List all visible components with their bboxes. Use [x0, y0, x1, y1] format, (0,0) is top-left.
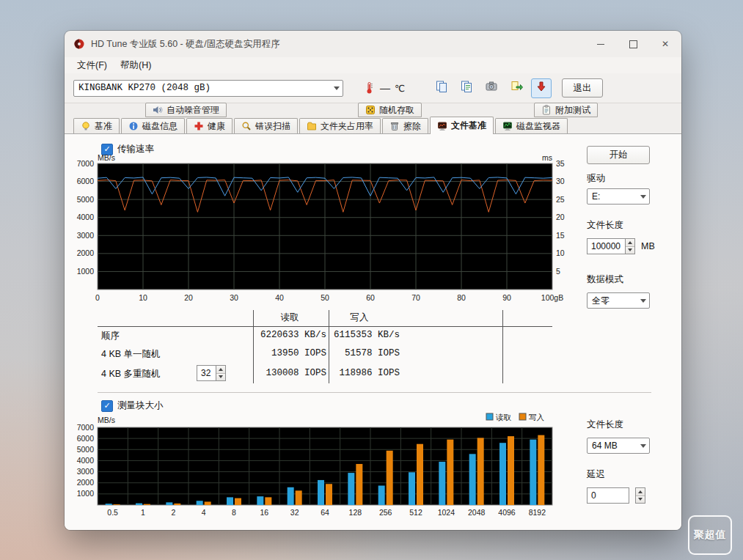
- write-value: 51578 IOPS: [329, 348, 400, 358]
- row-label: 4 KB 单一随机: [101, 348, 161, 361]
- svg-text:25: 25: [556, 195, 565, 204]
- tab-extra-tests[interactable]: 附加测试: [534, 103, 598, 117]
- tab-label: 基准: [95, 120, 112, 133]
- copy-report-icon: [460, 80, 473, 96]
- svg-text:2000: 2000: [77, 248, 95, 257]
- svg-text:5: 5: [556, 267, 560, 276]
- file-length-input[interactable]: 100000: [587, 238, 635, 254]
- save-results-button[interactable]: [531, 78, 552, 98]
- write-column-header: 写入: [323, 312, 396, 324]
- close-icon: ✕: [662, 39, 669, 49]
- bar-write: [508, 436, 514, 505]
- spinner-arrows[interactable]: [216, 365, 226, 381]
- export-button[interactable]: [506, 78, 527, 98]
- read-value: 6220633 KB/s: [180, 330, 326, 340]
- drive-combobox[interactable]: KINGBANK KP270 (2048 gB): [73, 80, 343, 97]
- svg-text:2048: 2048: [468, 508, 486, 517]
- svg-text:80: 80: [457, 293, 466, 302]
- svg-text:4000: 4000: [77, 213, 95, 221]
- block-file-length-value: 64 MB: [592, 441, 618, 451]
- svg-text:4096: 4096: [498, 508, 516, 517]
- tab-random-access[interactable]: 随机存取: [358, 103, 422, 117]
- watermark-badge: 聚超值: [688, 515, 732, 555]
- block-size-label: 测量块大小: [117, 399, 164, 412]
- tab-disk-info[interactable]: 磁盘信息: [121, 118, 185, 133]
- bar-read: [409, 472, 415, 505]
- svg-text:写入: 写入: [529, 413, 545, 421]
- spin-up-icon[interactable]: [636, 488, 645, 496]
- spin-up-icon[interactable]: [216, 366, 225, 374]
- svg-text:7000: 7000: [77, 423, 95, 432]
- bar-read: [257, 496, 263, 505]
- queue-depth-value: 32: [197, 365, 216, 381]
- start-button[interactable]: 开始: [587, 146, 650, 164]
- tab-label: 健康: [208, 120, 225, 133]
- block-file-length-select[interactable]: 64 MB: [587, 438, 650, 454]
- x-axis-labels: 0102030405060708090100gB: [95, 293, 563, 302]
- copy-report-button[interactable]: [456, 78, 477, 98]
- svg-text:35: 35: [556, 159, 565, 168]
- data-mode-select[interactable]: 全零: [587, 292, 650, 309]
- svg-text:1000: 1000: [77, 489, 95, 498]
- tab-error-scan[interactable]: 错误扫描: [234, 118, 298, 133]
- screenshot-button[interactable]: [481, 78, 502, 98]
- titlebar[interactable]: HD Tune 专业版 5.60 - 硬盘/固态硬盘实用程序 ✕: [65, 31, 681, 57]
- queue-depth-input[interactable]: 32: [197, 365, 226, 381]
- row-label: 顺序: [101, 330, 120, 342]
- tab-file-benchmark[interactable]: 文件基准: [430, 117, 494, 134]
- copy-button[interactable]: [431, 78, 452, 98]
- bar-write: [417, 444, 423, 505]
- checkbox-checked-icon: ✓: [101, 400, 113, 412]
- block-size-checkbox[interactable]: ✓ 测量块大小: [101, 399, 164, 412]
- chevron-down-icon: [640, 195, 646, 199]
- tab-label: 自动噪音管理: [166, 104, 219, 117]
- maximize-button[interactable]: [617, 32, 649, 56]
- tab-erase[interactable]: 擦除: [382, 118, 428, 133]
- svg-text:6000: 6000: [77, 434, 95, 443]
- write-value: 118986 IOPS: [329, 368, 400, 378]
- svg-text:4000: 4000: [77, 456, 95, 465]
- bar-write: [447, 440, 453, 505]
- mb-unit-label: MB: [641, 241, 655, 251]
- spin-down-icon[interactable]: [626, 247, 634, 254]
- tab-folder-usage[interactable]: 文件夹占用率: [299, 118, 381, 133]
- delay-spinner-arrows[interactable]: [635, 487, 645, 504]
- svg-text:30: 30: [556, 177, 565, 185]
- bar-read: [439, 462, 445, 505]
- svg-text:20: 20: [184, 293, 193, 302]
- svg-text:64: 64: [321, 508, 329, 517]
- spin-up-icon[interactable]: [626, 239, 634, 247]
- drive-label: 驱动: [587, 172, 605, 185]
- exit-button[interactable]: 退出: [562, 78, 603, 97]
- scan-icon: [241, 121, 252, 131]
- spin-down-icon[interactable]: [636, 496, 645, 504]
- y-axis-right-labels: 5101520253035: [556, 159, 565, 276]
- spinner-arrows[interactable]: [625, 238, 635, 254]
- block-file-length-label: 文件长度: [587, 419, 623, 431]
- temperature-unit: ℃: [395, 83, 405, 94]
- axis-unit-label: MB/s: [98, 416, 115, 424]
- minimize-button[interactable]: [585, 32, 617, 56]
- menu-file[interactable]: 文件(F): [70, 58, 114, 73]
- close-button[interactable]: ✕: [649, 32, 681, 56]
- svg-text:8192: 8192: [529, 508, 546, 517]
- bar-write: [326, 484, 332, 505]
- drive-select[interactable]: E:: [587, 188, 650, 205]
- svg-text:10: 10: [139, 293, 147, 302]
- benchmark-icon: [81, 121, 91, 131]
- menu-help[interactable]: 帮助(H): [114, 58, 158, 73]
- tab-health[interactable]: 健康: [186, 118, 233, 133]
- spin-down-icon[interactable]: [216, 374, 225, 381]
- tab-benchmark[interactable]: 基准: [73, 118, 120, 133]
- screenshot-icon: [485, 80, 498, 96]
- delay-input[interactable]: 0: [587, 487, 629, 504]
- chevron-down-icon: [640, 299, 646, 303]
- tab-disk-monitor[interactable]: 磁盘监视器: [495, 118, 568, 133]
- chevron-down-icon: [334, 86, 340, 90]
- bar-write: [235, 498, 241, 505]
- tab-auto-acoustic[interactable]: 自动噪音管理: [145, 103, 227, 117]
- save-results-icon: [535, 80, 548, 96]
- data-mode-label: 数据模式: [587, 273, 623, 286]
- svg-text:3000: 3000: [77, 467, 95, 476]
- window-title: HD Tune 专业版 5.60 - 硬盘/固态硬盘实用程序: [91, 38, 585, 51]
